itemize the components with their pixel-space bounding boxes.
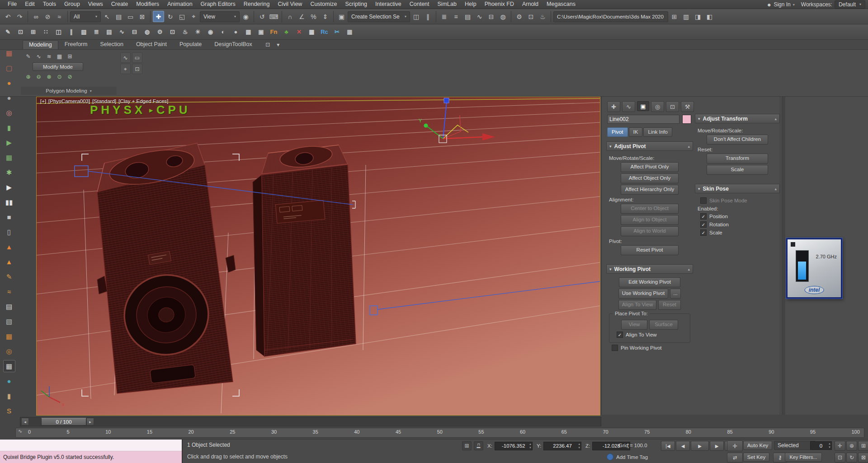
reset-pivot-button[interactable]: Reset Pivot [621,245,679,255]
curve-editor-icon[interactable]: ∿ [474,11,485,22]
uvw-edit-icon[interactable]: ▦ [243,26,254,37]
set-key-button[interactable]: Set Key [743,453,769,462]
play-button[interactable]: ▶ [691,441,709,451]
key-mode-toggle[interactable]: ⇄ [727,453,743,463]
menu-item[interactable]: Group [60,0,84,9]
render-production-icon[interactable]: ♨ [537,11,548,22]
schematic-view-2-icon[interactable]: ⊟ [129,26,140,37]
select-and-manipulate-icon[interactable]: ↺ [256,11,268,22]
tab-modeling[interactable]: Modeling [23,40,58,49]
menu-item[interactable]: Tools [39,0,60,9]
render-setup-2-icon[interactable]: ⚙ [154,26,165,37]
scissors-plugin-icon[interactable]: ✂ [331,26,343,37]
pause-icon[interactable]: ▮▮ [3,196,15,208]
display-tab-icon[interactable]: ⊡ [666,101,679,112]
menu-item[interactable]: Views [84,0,107,9]
unlink-selection-icon[interactable]: ⊘ [42,11,53,22]
next-frame-arrow[interactable]: ▸ [86,418,94,426]
time-slider-track[interactable]: ◂ 0 / 100 ▸ [20,417,601,426]
menu-item[interactable]: File [4,0,21,9]
graphite-ribbon-icon[interactable]: ▤ [104,26,115,37]
grid2-plugin-icon[interactable]: ▦ [344,26,355,37]
menu-item[interactable]: Civil View [274,0,306,9]
modify-mode-button[interactable]: Modify Mode [33,62,83,71]
curve-editor-2-icon[interactable]: ∿ [116,26,127,37]
tab-selection[interactable]: Selection [94,40,129,49]
x-coordinate-field[interactable]: -1076.352▲▼ [495,442,533,450]
scale-checkbox-row[interactable]: ✓ Scale [700,229,779,236]
add-time-tag[interactable]: Add Time Tag [607,454,648,460]
use-working-pivot-button[interactable]: Use Working Pivot [618,289,668,299]
menu-item[interactable]: Scripting [341,0,371,9]
attach-icon[interactable]: ⊕ [24,72,33,81]
zoom-extents-icon[interactable]: ⊞ [858,441,868,451]
utilities-tab-icon[interactable]: ⚒ [681,101,694,112]
working-pivot-options-button[interactable]: ... [670,289,681,299]
bind-to-space-warp-icon[interactable]: ≈ [54,11,65,22]
menu-item[interactable]: Edit [21,0,39,9]
railclone-icon[interactable]: Rc [319,26,330,37]
flame-sim-icon[interactable]: ▲ [3,256,15,268]
ribbon-config-icon[interactable]: ⊡ [263,40,273,49]
viewport-canvas[interactable]: Y x [37,97,600,415]
cube-tool-icon[interactable]: ▦ [3,47,15,59]
camera-tool-icon[interactable]: ◉ [205,26,216,37]
align-icon[interactable]: ∥ [422,11,434,22]
select-and-move-icon[interactable]: ✚ [153,11,164,22]
previous-frame-arrow[interactable]: ◂ [21,418,29,426]
spacing-tool-icon[interactable]: ∷ [40,26,52,37]
rotation-checkbox-row[interactable]: ✓ Rotation [700,221,779,228]
y-coordinate-field[interactable]: 2236.47▲▼ [543,442,581,450]
motion-tab-icon[interactable]: ◎ [651,101,664,112]
menu-item[interactable]: Graph Editors [197,0,240,9]
zoom-region-icon[interactable]: ⊡ [835,453,845,463]
asset-library-icon[interactable]: ▥ [680,11,692,22]
forest-pack-icon[interactable]: ♣ [281,26,292,37]
tab-designtoolbox[interactable]: DesignToolBox [208,40,258,49]
array-tool-icon[interactable]: ⊞ [28,26,39,37]
select-and-scale-icon[interactable]: ◱ [176,11,188,22]
go-to-start-button[interactable]: |◀ [661,441,675,451]
wave-orange-icon[interactable]: ≈ [3,285,15,298]
window-crossing-icon[interactable]: ⊠ [137,11,148,22]
listener-macro-row[interactable] [0,440,182,451]
swift-loop-icon[interactable]: ∿ [34,51,43,61]
select-and-rotate-icon[interactable]: ↻ [165,11,176,22]
reset-working-pivot-button[interactable]: Reset [658,300,681,310]
state-sets-icon[interactable]: ▣ [255,26,267,37]
clipboard-icon[interactable]: ▤ [3,300,15,313]
select-and-place-icon[interactable]: ⌖ [188,11,199,22]
ribbon-toggle-icon[interactable]: ▤ [462,11,473,22]
keyboard-shortcut-override-icon[interactable]: ⌨ [268,11,279,22]
place-pivot-view-button[interactable]: View [621,320,647,330]
detach-icon[interactable]: ⊖ [34,72,43,81]
tab-ik[interactable]: IK [629,127,643,137]
cpu-gadget-window[interactable]: 2.70 GHz intel [786,238,842,299]
reset-scale-button[interactable]: Scale [707,165,768,175]
cube-outline-icon[interactable]: ▢ [3,62,15,74]
absolute-mode-icon[interactable]: ⊞ [462,441,472,450]
rendered-frame-window-icon[interactable]: ⊡ [525,11,537,22]
menu-item[interactable]: Content [406,0,434,9]
menu-item[interactable]: SimLab [434,0,461,9]
center-to-object-button[interactable]: Center to Object [621,204,679,214]
mirror-tool-icon[interactable]: ◫ [53,26,64,37]
play-icon[interactable]: ▶ [3,181,15,193]
sphere-preview-icon[interactable]: ● [230,26,241,37]
menu-item[interactable]: Rendering [240,0,274,9]
spinner-snap-icon[interactable]: ⇕ [320,11,331,22]
modify-tab-icon[interactable]: ∿ [622,101,635,112]
layer-explorer-icon[interactable]: ≡ [450,11,462,22]
track-bar[interactable]: ∿ 05101520253035404550556065707580859095… [0,427,868,438]
menu-item[interactable]: Help [461,0,481,9]
workspaces-dropdown[interactable]: Default ▾ [835,0,865,9]
viewport[interactable]: Y x [+] [PhysCamera003] [Standard] [Clay… [36,97,600,416]
selection-lock-icon[interactable]: ⊓▬ [474,441,483,450]
weld-icon[interactable]: ⊙ [55,72,64,81]
menu-item[interactable]: Interactive [371,0,406,9]
spinner-icon[interactable]: ▲▼ [529,442,532,449]
edit-working-pivot-button[interactable]: Edit Working Pivot [619,277,680,287]
box-orange-icon[interactable]: ▦ [3,330,15,342]
redo-icon[interactable]: ↷ [14,11,25,22]
sphere-gray-icon[interactable]: ● [3,92,15,104]
